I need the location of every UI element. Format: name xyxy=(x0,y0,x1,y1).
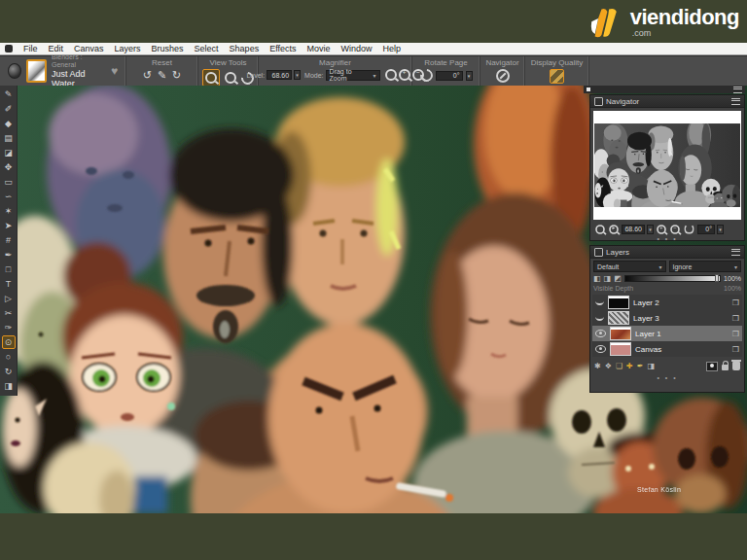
layers-menu-icon[interactable] xyxy=(731,249,740,256)
dropper-tool[interactable]: ✐ xyxy=(2,102,16,116)
rotation-angle-spinner[interactable]: ▾ xyxy=(466,71,473,81)
menu-item[interactable]: Canvas xyxy=(74,44,104,53)
opacity-slider[interactable] xyxy=(624,275,721,282)
nav-rotate-icon[interactable] xyxy=(684,224,694,233)
grabber-view-tool[interactable] xyxy=(225,72,236,84)
lasso-tool[interactable]: ∽ xyxy=(2,190,16,203)
restore-default-variant-icon[interactable]: ↺ xyxy=(143,69,152,81)
zoom-level-field[interactable]: 68.60 xyxy=(267,70,292,80)
rotation-angle-field[interactable]: 0° xyxy=(436,71,463,81)
composite-depth-dropdown[interactable]: Ignore▾ xyxy=(669,261,742,272)
zoom-in-icon[interactable]: + xyxy=(399,69,410,81)
dock-menu-icon[interactable] xyxy=(733,87,742,93)
layer-name: Layer 3 xyxy=(633,314,729,323)
layer-commands-icon[interactable]: ✱ xyxy=(594,362,601,370)
eraser-tool[interactable]: ◪ xyxy=(2,146,16,159)
selection-adjuster-tool[interactable]: ➤ xyxy=(2,219,16,232)
menu-item[interactable]: Brushes xyxy=(152,44,184,53)
menu-item[interactable]: Help xyxy=(383,44,402,53)
paint-bucket-tool[interactable]: ◆ xyxy=(2,117,16,130)
nav-zoom-spinner[interactable]: ▾ xyxy=(647,225,654,234)
shape-selection-tool[interactable]: ▷ xyxy=(2,292,16,305)
layer-thumbnail xyxy=(608,296,629,309)
rotate-page-label: Rotate Page xyxy=(424,58,467,67)
layers-resize-dots[interactable]: • • • xyxy=(590,374,744,383)
visible-depth-label: Visible Depth xyxy=(593,285,721,292)
grabber-tool[interactable]: ○ xyxy=(2,350,16,364)
image-portfolio-tool[interactable]: ◨ xyxy=(2,379,16,393)
layer-opacity-icon[interactable]: ◩ xyxy=(614,274,622,283)
layer-row[interactable]: Layer 1 ❒ xyxy=(592,326,742,341)
paper-selector[interactable]: ▤ xyxy=(2,131,16,145)
rotate-page-icon[interactable] xyxy=(417,66,435,84)
display-quality-icon[interactable] xyxy=(550,69,564,84)
navigator-menu-icon[interactable] xyxy=(731,98,740,105)
menu-item[interactable]: File xyxy=(23,44,38,53)
nav-magnifier-icon[interactable] xyxy=(595,225,605,234)
brush-variant-preview[interactable] xyxy=(26,59,47,83)
rectangular-shape-tool[interactable]: □ xyxy=(2,262,16,276)
navigator-panel-header[interactable]: Navigator xyxy=(590,95,744,108)
palette-dock-bar[interactable] xyxy=(584,86,745,93)
reset-rotation-icon[interactable]: ↻ xyxy=(172,69,181,81)
nav-rotation-field[interactable]: 0° xyxy=(697,225,715,234)
toolbox: ✎✐◆▤◪✥▭∽✶➤#✒□T▷✂✑⊙○↻◨ xyxy=(0,86,18,396)
layers-title: Layers xyxy=(606,248,629,257)
new-watercolor-layer-icon[interactable]: ✚ xyxy=(626,362,633,370)
layer-visibility-eye-icon[interactable] xyxy=(595,345,606,353)
menu-item[interactable]: Layers xyxy=(115,44,141,53)
nav-zoom-in-icon[interactable]: + xyxy=(657,225,666,234)
navigator-toggle-icon[interactable] xyxy=(496,69,510,83)
menu-item[interactable]: Select xyxy=(195,44,219,53)
layers-panel-header[interactable]: Layers xyxy=(590,246,744,259)
new-liquid-ink-layer-icon[interactable]: ✒ xyxy=(637,362,644,370)
layer-row[interactable]: Layer 3 ❒ xyxy=(592,310,742,326)
layer-adjuster-tool[interactable]: ✥ xyxy=(2,160,16,174)
brush-tool[interactable]: ✎ xyxy=(2,88,16,101)
zoom-to-fit-icon[interactable] xyxy=(385,69,397,81)
layer-visibility-eye-icon[interactable] xyxy=(595,315,604,321)
lock-layer-icon[interactable] xyxy=(722,365,729,370)
nav-drag-zoom-icon[interactable]: ▸ xyxy=(609,225,619,234)
reset-brush-icon[interactable]: ✎ xyxy=(158,69,166,81)
menu-item[interactable]: Effects xyxy=(269,44,296,53)
brand-tld: .com xyxy=(632,29,739,38)
dynamic-plugins-icon[interactable]: ❖ xyxy=(605,362,612,370)
menu-item[interactable]: Shapes xyxy=(230,44,260,53)
new-layer-icon[interactable]: ❏ xyxy=(616,362,622,370)
magic-wand-tool[interactable]: ✶ xyxy=(2,204,16,218)
layer-row[interactable]: Layer 2 ❒ xyxy=(592,295,742,310)
nav-rotation-spinner[interactable]: ▾ xyxy=(717,225,724,234)
magnifier-tool[interactable]: ⊙ xyxy=(2,335,16,349)
zoom-level-spinner[interactable]: ▾ xyxy=(294,70,301,80)
rotate-page-tool[interactable]: ↻ xyxy=(2,365,16,378)
navigator-resize-dots[interactable]: • • • xyxy=(590,235,744,244)
layer-visibility-eye-icon[interactable] xyxy=(595,299,604,305)
cloner-tool[interactable]: ✑ xyxy=(2,321,16,334)
favorite-brush-icon[interactable]: ♥ xyxy=(111,64,118,78)
pen-tool[interactable]: ✒ xyxy=(2,248,16,262)
duplicate-layer-icon[interactable]: ◨ xyxy=(647,362,655,370)
text-tool[interactable]: T xyxy=(2,277,16,291)
tracing-paper-icon[interactable] xyxy=(8,63,21,79)
rectangular-selection-tool[interactable]: ▭ xyxy=(2,175,16,189)
layer-thumbnail xyxy=(610,327,631,340)
scissors-tool[interactable]: ✂ xyxy=(2,306,16,320)
zoom-mode-dropdown[interactable]: Drag to Zoom▾ xyxy=(326,70,380,81)
composite-method-dropdown[interactable]: Default▾ xyxy=(593,261,666,272)
layer-row[interactable]: Canvas ❒ xyxy=(592,341,742,357)
preserve-transparency-icon[interactable]: ◧ xyxy=(593,274,601,283)
magnifier-view-tool[interactable] xyxy=(202,69,220,87)
pickup-underlying-color-icon[interactable]: ◨ xyxy=(604,274,612,283)
nav-zoom-out-icon[interactable]: − xyxy=(670,225,680,234)
nav-zoom-field[interactable]: 68.60 xyxy=(622,225,645,234)
menu-item[interactable]: Movie xyxy=(307,44,331,53)
crop-tool[interactable]: # xyxy=(2,233,16,247)
menu-item[interactable]: Window xyxy=(341,44,373,53)
dock-drag-handle[interactable] xyxy=(587,88,590,91)
layer-visibility-eye-icon[interactable] xyxy=(595,330,606,337)
navigator-thumbnail[interactable] xyxy=(593,111,741,220)
menu-item[interactable]: Edit xyxy=(49,44,64,53)
delete-layer-icon[interactable] xyxy=(732,362,740,370)
layer-mask-icon[interactable] xyxy=(706,362,718,371)
